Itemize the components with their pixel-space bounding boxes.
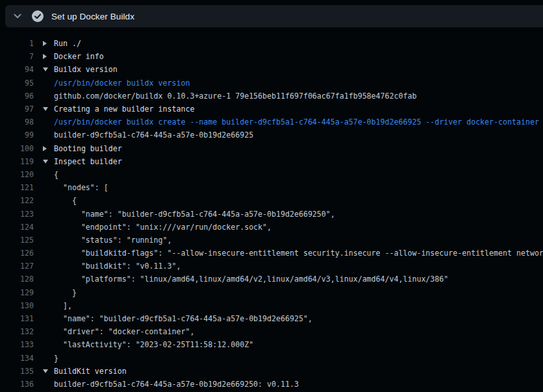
group-collapsed-icon (43, 41, 54, 46)
log-line-content: "buildkitd-flags": "--allow-insecure-ent… (43, 249, 543, 258)
log-line-content: /usr/bin/docker buildx version (43, 79, 543, 88)
log-line-content: { (43, 196, 543, 205)
log-line[interactable]: 97Creating a new builder instance (0, 103, 543, 116)
log-line: 95/usr/bin/docker buildx version (0, 77, 543, 90)
log-line: 130 ], (0, 299, 543, 312)
group-title: Buildx version (54, 65, 118, 74)
log-line-content: "endpoint": "unix:///var/run/docker.sock… (43, 223, 543, 232)
line-number-link[interactable]: 128 (0, 275, 34, 284)
log-line: 125 "status": "running", (0, 234, 543, 247)
log-line-content: Creating a new builder instance (43, 104, 543, 114)
line-number-link[interactable]: 97 (0, 104, 34, 114)
log-line: 127 "buildkit": "v0.11.3", (0, 260, 543, 273)
log-line[interactable]: 7Docker info (0, 50, 543, 63)
log-line-content: github.com/docker/buildx 0.10.3+azure-1 … (43, 92, 543, 101)
line-number-link[interactable]: 122 (0, 196, 34, 205)
log-line: 99builder-d9cfb5a1-c764-445a-a57e-0b19d2… (0, 129, 543, 141)
line-number-link[interactable]: 125 (0, 236, 34, 245)
group-expanded-icon (43, 107, 54, 111)
step-title: Set up Docker Buildx (51, 12, 134, 21)
line-number-link[interactable]: 121 (0, 183, 34, 192)
log-line-content: ], (43, 301, 543, 310)
line-number-link[interactable]: 132 (0, 327, 34, 336)
group-title: BuildKit version (54, 367, 127, 376)
command-text: /usr/bin/docker buildx create --name bui… (54, 117, 539, 127)
log-line[interactable]: 94Buildx version (0, 63, 543, 76)
log-line: 122 { (0, 194, 543, 207)
line-number-link[interactable]: 119 (0, 157, 34, 166)
log-line-content: "driver": "docker-container", (43, 327, 543, 336)
line-number-link[interactable]: 127 (0, 262, 34, 271)
log-line-content: } (43, 288, 543, 297)
line-number-link[interactable]: 100 (0, 144, 34, 153)
log-line-content: BuildKit version (43, 367, 543, 376)
log-line-content: builder-d9cfb5a1-c764-445a-a57e-0b19d2e6… (43, 380, 543, 389)
log-line-content: Docker info (43, 52, 543, 61)
log-line-content: /usr/bin/docker buildx create --name bui… (43, 117, 543, 127)
log-text: } (54, 354, 58, 363)
log-line[interactable]: 100Booting builder (0, 142, 543, 155)
log-line: 134} (0, 352, 543, 365)
log-line[interactable]: 1Run ./ (0, 37, 543, 50)
group-title: Docker info (54, 52, 104, 61)
log-line-content: { (43, 170, 543, 179)
line-number-link[interactable]: 129 (0, 288, 34, 297)
line-number-link[interactable]: 96 (0, 92, 34, 101)
group-expanded-icon (43, 160, 54, 164)
line-number-link[interactable]: 131 (0, 314, 34, 323)
log-text: ], (54, 301, 72, 310)
log-line-content: builder-d9cfb5a1-c764-445a-a57e-0b19d2e6… (43, 130, 543, 140)
line-number-link[interactable]: 130 (0, 301, 34, 310)
line-number-link[interactable]: 123 (0, 210, 34, 219)
group-title: Inspect builder (54, 157, 122, 166)
log-line: 126 "buildkitd-flags": "--allow-insecure… (0, 247, 543, 260)
log-line: 120{ (0, 168, 543, 181)
log-text: { (54, 196, 77, 205)
log-line-content: Run ./ (43, 39, 543, 48)
log-text: "nodes": [ (54, 183, 108, 192)
line-number-link[interactable]: 133 (0, 340, 34, 349)
log-line: 128 "platforms": "linux/amd64,linux/amd6… (0, 273, 543, 286)
log-line-content: Inspect builder (43, 157, 543, 166)
log-line-content: "status": "running", (43, 236, 543, 245)
log-text: "platforms": "linux/amd64,linux/amd64/v2… (54, 275, 448, 284)
log-text: "lastActivity": "2023-02-25T11:58:12.000… (54, 340, 253, 349)
line-number-link[interactable]: 124 (0, 223, 34, 232)
chevron-down-icon[interactable] (14, 14, 23, 19)
log-line: 96github.com/docker/buildx 0.10.3+azure-… (0, 90, 543, 103)
log-line-content: "platforms": "linux/amd64,linux/amd64/v2… (43, 275, 543, 284)
log-text: "buildkit": "v0.11.3", (54, 262, 181, 271)
line-number-link[interactable]: 120 (0, 170, 34, 179)
line-number-link[interactable]: 136 (0, 380, 34, 389)
line-number-link[interactable]: 126 (0, 249, 34, 258)
line-number-link[interactable]: 94 (0, 65, 34, 74)
group-title: Creating a new builder instance (54, 104, 194, 114)
log-line: 132 "driver": "docker-container", (0, 325, 543, 338)
log-line: 123 "name": "builder-d9cfb5a1-c764-445a-… (0, 207, 543, 220)
line-number-link[interactable]: 95 (0, 79, 34, 88)
log-line-content: "lastActivity": "2023-02-25T11:58:12.000… (43, 340, 543, 349)
group-title: Run ./ (54, 39, 81, 48)
step-header[interactable]: Set up Docker Buildx (5, 5, 543, 27)
line-number-link[interactable]: 1 (0, 39, 34, 48)
log-text: builder-d9cfb5a1-c764-445a-a57e-0b19d2e6… (54, 380, 299, 389)
log-text: github.com/docker/buildx 0.10.3+azure-1 … (54, 92, 416, 101)
log-line[interactable]: 119Inspect builder (0, 155, 543, 168)
log-text: "endpoint": "unix:///var/run/docker.sock… (54, 223, 272, 232)
log-text: "name": "builder-d9cfb5a1-c764-445a-a57e… (54, 314, 312, 323)
line-number-link[interactable]: 98 (0, 117, 34, 127)
line-number-link[interactable]: 99 (0, 130, 34, 140)
log-text: "driver": "docker-container", (54, 327, 194, 336)
log-line[interactable]: 135BuildKit version (0, 365, 543, 378)
log-line: 136builder-d9cfb5a1-c764-445a-a57e-0b19d… (0, 378, 543, 391)
status-check-icon (31, 10, 44, 23)
line-number-link[interactable]: 7 (0, 52, 34, 61)
log-container: 1Run ./7Docker info94Buildx version95/us… (0, 27, 543, 391)
log-line: 133 "lastActivity": "2023-02-25T11:58:12… (0, 338, 543, 351)
log-text: } (54, 288, 77, 297)
log-line-content: "buildkit": "v0.11.3", (43, 262, 543, 271)
line-number-link[interactable]: 134 (0, 354, 34, 363)
log-line-content: Buildx version (43, 65, 543, 74)
line-number-link[interactable]: 135 (0, 367, 34, 376)
log-line: 131 "name": "builder-d9cfb5a1-c764-445a-… (0, 312, 543, 325)
